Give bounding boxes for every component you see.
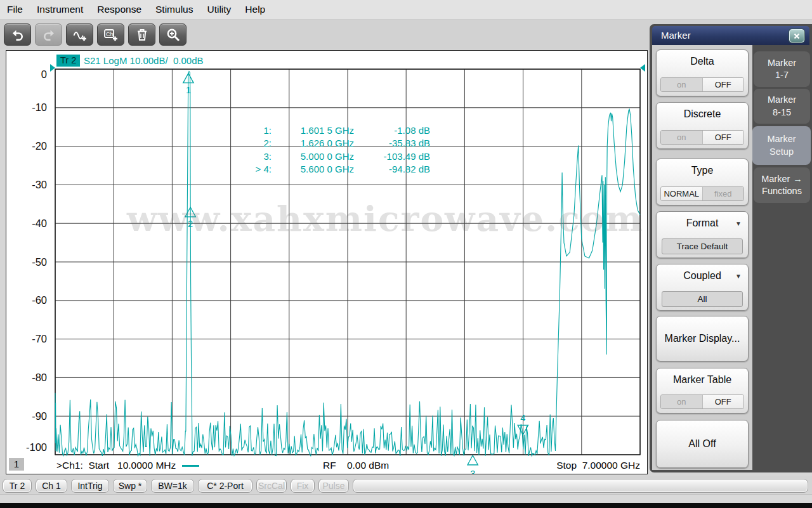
y-tick--20: -20	[16, 140, 47, 152]
coupled-button[interactable]: Coupled▼All	[656, 264, 749, 311]
status-fix: Fix	[291, 479, 315, 493]
coupled-label: Coupled	[657, 270, 748, 282]
y-tick--50: -50	[16, 256, 47, 268]
format-label: Format	[657, 218, 748, 229]
tab-marker-functions-line2: Functions	[762, 185, 802, 197]
y-tick--60: -60	[16, 294, 47, 306]
window-edge	[0, 503, 812, 508]
menu-item-file[interactable]: File	[0, 4, 30, 15]
menu-bar: FileInstrumentResponseStimulusUtilityHel…	[0, 0, 812, 20]
zoom-icon[interactable]	[159, 23, 187, 46]
menu-item-stimulus[interactable]: Stimulus	[148, 4, 200, 15]
panel-title: Marker	[661, 26, 691, 45]
delta-label: Delta	[657, 56, 748, 67]
all-off-label: All Off	[657, 420, 748, 467]
format-button[interactable]: Format▼Trace Default	[656, 211, 749, 258]
trace-settings-label: S21 LogM 10.00dB/ 0.00dB	[84, 55, 203, 66]
status-srccal: SrcCal	[256, 479, 287, 493]
marker-table-button[interactable]: Marker TableonOFF	[656, 368, 749, 414]
delta-button[interactable]: DeltaonOFF	[656, 49, 749, 96]
application-window: FileInstrumentResponseStimulusUtilityHel…	[0, 0, 812, 508]
discrete-toggle-on[interactable]: on	[661, 131, 702, 144]
marker-3[interactable]: 3	[468, 455, 478, 474]
undo-icon[interactable]	[4, 23, 31, 46]
marker-readout-label-column: 1: 2: 3: > 4:	[222, 124, 272, 176]
bottom-strip	[0, 494, 812, 504]
type-toggle-normal[interactable]: NORMAL	[661, 187, 702, 200]
status-pulse: Pulse	[318, 479, 349, 493]
discrete-button[interactable]: DiscreteonOFF	[656, 102, 749, 149]
tab-marker-setup-line2: Setup	[769, 146, 794, 158]
marker-table-toggle[interactable]: onOFF	[660, 394, 744, 409]
marker-readout-value-column: -1.08 dB -35.83 dB -103.49 dB -94.82 dB	[349, 124, 430, 176]
marker-readout-freq-column: 1.601 5 GHz 1.626 0 GHz 5.000 0 GHz 5.60…	[279, 124, 354, 176]
add-channel-icon[interactable]: Ch	[97, 23, 124, 46]
delta-toggle[interactable]: onOFF	[660, 77, 744, 92]
trace-badge[interactable]: Tr 2	[56, 55, 80, 67]
menu-item-instrument[interactable]: Instrument	[30, 4, 90, 15]
delta-toggle-off[interactable]: OFF	[702, 78, 744, 91]
marker-table-label: Marker Table	[657, 374, 748, 386]
trace-color-indicator	[182, 465, 199, 467]
svg-text:2: 2	[188, 219, 193, 229]
y-tick--80: -80	[16, 372, 47, 384]
type-toggle-fixed[interactable]: fixed	[702, 187, 744, 200]
rf-power-label: RF 0.00 dBm	[323, 460, 389, 471]
y-tick--100: -100	[16, 441, 47, 453]
delete-icon[interactable]	[128, 23, 155, 46]
svg-text:1: 1	[186, 85, 191, 95]
type-button[interactable]: TypeNORMALfixed	[656, 159, 749, 205]
discrete-toggle[interactable]: onOFF	[660, 130, 744, 145]
tab-marker-8-15-line1: Marker	[768, 94, 796, 106]
tab-marker-8-15-line2: 8-15	[773, 107, 791, 119]
marker-display-label: Marker Display...	[657, 316, 748, 361]
stop-frequency-label: Stop 7.00000 GHz	[533, 460, 640, 471]
add-trace-icon[interactable]	[66, 23, 93, 46]
tab-marker-setup-line1: Marker	[767, 133, 796, 145]
marker-panel: Marker DeltaonOFFDiscreteonOFFTypeNORMAL…	[650, 24, 812, 472]
chart-window: 1234 Tr 2 S21 LogM 10.00dB/ 0.00dB 0-10-…	[6, 50, 648, 474]
menu-item-response[interactable]: Response	[90, 4, 148, 15]
ref-level-arrow-right	[640, 64, 645, 72]
plot-area[interactable]: 1234	[6, 51, 647, 474]
tab-marker-setup[interactable]: MarkerSetup	[752, 126, 811, 165]
status-ch-1[interactable]: Ch 1	[36, 479, 67, 493]
format-current-value[interactable]: Trace Default	[662, 238, 743, 254]
discrete-toggle-off[interactable]: OFF	[702, 131, 744, 144]
tab-marker-8-15[interactable]: Marker8-15	[754, 89, 810, 124]
svg-text:3: 3	[470, 469, 475, 474]
marker-table-toggle-on[interactable]: on	[661, 395, 702, 408]
discrete-label: Discrete	[657, 108, 748, 120]
status-bw-1k[interactable]: BW=1k	[151, 479, 194, 493]
tab-marker-functions-line1: Marker→	[761, 173, 802, 185]
status-tr-2[interactable]: Tr 2	[3, 479, 32, 493]
chevron-down-icon: ▼	[735, 220, 742, 227]
svg-text:4: 4	[520, 413, 525, 423]
status-swp-[interactable]: Swp *	[113, 479, 147, 493]
panel-body: DeltaonOFFDiscreteonOFFTypeNORMALfixedFo…	[652, 45, 752, 470]
menu-item-help[interactable]: Help	[238, 4, 272, 15]
type-label: Type	[657, 165, 748, 176]
y-tick--40: -40	[16, 218, 47, 230]
panel-title-bar: Marker	[652, 26, 809, 45]
status-bar: Tr 2Ch 1IntTrigSwp *BW=1kC* 2-PortSrcCal…	[0, 476, 812, 493]
svg-text:Ch: Ch	[106, 30, 114, 37]
y-tick--90: -90	[16, 410, 47, 422]
status-inttrig[interactable]: IntTrig	[71, 479, 109, 493]
delta-toggle-on[interactable]: on	[661, 78, 702, 91]
arrow-right-icon: →	[793, 174, 802, 184]
marker-table-toggle-off[interactable]: OFF	[702, 395, 744, 408]
tab-marker-1-7[interactable]: Marker1-7	[754, 51, 810, 87]
type-toggle[interactable]: NORMALfixed	[660, 186, 744, 201]
all-off-button[interactable]: All Off	[656, 420, 749, 468]
status-c-2-port[interactable]: C* 2-Port	[198, 479, 252, 493]
close-icon[interactable]	[789, 29, 804, 42]
ref-level-arrow-left	[50, 64, 55, 72]
tab-marker-functions[interactable]: Marker→Functions	[754, 167, 810, 203]
menu-item-utility[interactable]: Utility	[200, 4, 238, 15]
coupled-current-value[interactable]: All	[662, 291, 743, 307]
start-frequency-label: >Ch1: Start 10.0000 MHz	[56, 460, 176, 471]
channel-number-box[interactable]: 1	[9, 458, 24, 471]
marker-display-button[interactable]: Marker Display...	[656, 316, 749, 361]
status-empty-field	[353, 479, 808, 493]
